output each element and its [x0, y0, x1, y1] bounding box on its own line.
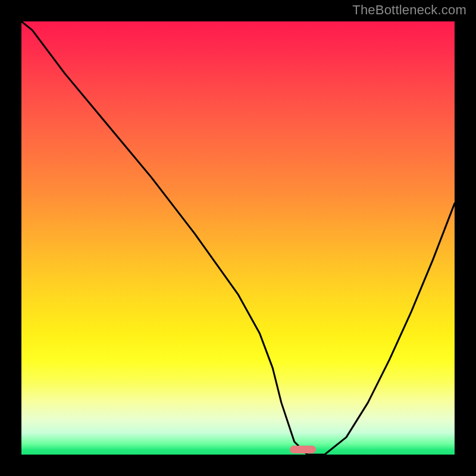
plot-area — [21, 21, 455, 455]
watermark: TheBottleneck.com — [352, 2, 466, 18]
background-gradient — [21, 21, 455, 455]
chart-container: TheBottleneck.com — [0, 0, 476, 476]
